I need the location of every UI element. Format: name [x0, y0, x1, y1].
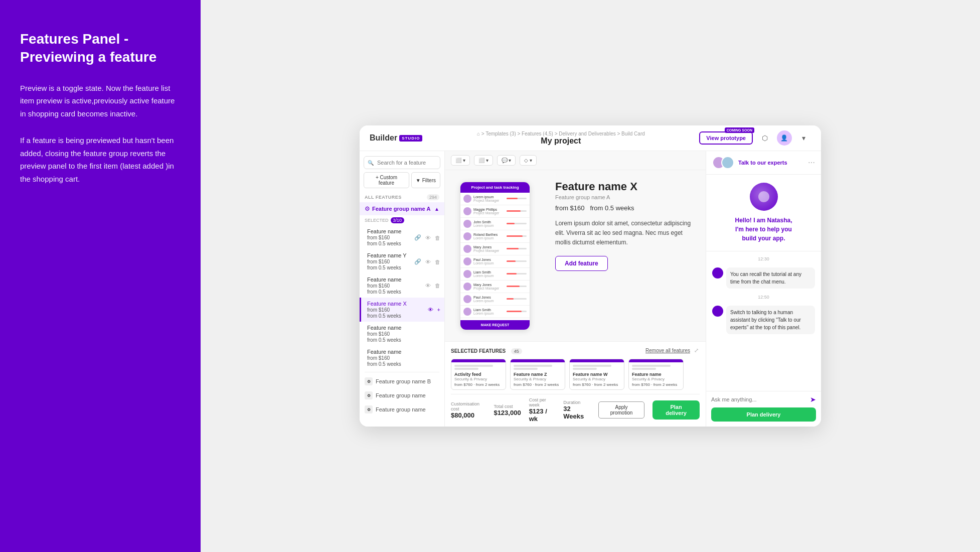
app-header: Builder STUDIO ⌂ > Templates (3) > Featu… [360, 125, 821, 151]
chat-input[interactable] [711, 396, 807, 402]
phone-name-8: Mary JonesProject Manager [473, 283, 505, 290]
delete-icon-1[interactable]: 🗑 [434, 233, 441, 241]
sidebar-item-duration-3: from 0.5 weeks [367, 289, 440, 295]
cart-item-price-3: from $760 · from 2 weeks [573, 382, 621, 387]
phone-avatar-2 [463, 207, 471, 215]
eye-icon-4[interactable]: 👁 [427, 306, 434, 314]
sidebar-item-duration-4: from 0.5 weeks [367, 313, 440, 319]
sidebar-item-5[interactable]: Feature name from $160 from 0.5 weeks [360, 322, 444, 346]
cart-item-lines-3 [573, 365, 621, 370]
breadcrumb: ⌂ > Templates (3) > Features (4,5) > Del… [477, 131, 645, 136]
avatar: 👤 [777, 130, 792, 146]
chat-bot-message: Hello! I am Natasha, I'm here to help yo… [735, 216, 792, 243]
share-button[interactable]: ⬡ [758, 131, 772, 145]
chat-input-area: ➤ [706, 391, 821, 407]
phone-name-4: Roland BarthesLorem ipsum [473, 233, 505, 240]
view-prototype-button[interactable]: COMING SOON View prototype [699, 131, 753, 145]
chat-time-1: 12:30 [712, 256, 815, 261]
cart-count: 45 [511, 348, 522, 354]
eye-icon-1[interactable]: 👁 [424, 233, 432, 241]
delete-icon-3[interactable]: 🗑 [434, 282, 441, 290]
add-icon-4[interactable]: + [436, 306, 441, 314]
cart-item-body-3: Feature name W Security & Privacy from $… [570, 362, 624, 389]
phone-row-8: Mary JonesProject Manager [460, 281, 530, 293]
remove-all-button[interactable]: Remove all features [645, 348, 690, 353]
sidebar-item-4-active[interactable]: Feature name X from $160 from 0.5 weeks … [360, 298, 444, 322]
all-features-row: ALL FEATURES 294 [360, 192, 444, 202]
shopping-cart: SELECTED FEATURES 45 Remove all features… [445, 341, 706, 427]
custom-feature-button[interactable]: + Custom feature [364, 172, 409, 188]
chat-menu-button[interactable]: ⋯ [808, 159, 815, 167]
cart-item-body-2: Feature name Z Security & Privacy from $… [511, 362, 565, 389]
eye-icon-3[interactable]: 👁 [424, 282, 432, 290]
apply-promotion-button[interactable]: Apply promotion [598, 401, 644, 419]
sidebar-group-d[interactable]: ⚙ Feature group name [360, 402, 444, 417]
sidebar-item-name-5: Feature name [367, 325, 440, 331]
phone-bar-7 [507, 273, 527, 274]
group-c-icon: ⚙ [365, 391, 373, 399]
breadcrumb-area: ⌂ > Templates (3) > Features (4,5) > Del… [477, 131, 645, 146]
sidebar-item-duration-5: from 0.5 weeks [367, 337, 440, 343]
cart-item-name-1: Activity feed [454, 372, 503, 377]
chat-msg-avatar-1 [712, 267, 723, 279]
sidebar-item-duration-1: from 0.5 weeks [367, 241, 440, 246]
sidebar-item-6[interactable]: Feature name from $160 from 0.5 weeks [360, 346, 444, 370]
phone-header: Project and task tracking [460, 182, 530, 193]
cart-weekly-label: Cost per week [529, 397, 556, 407]
cart-item-price-1: from $760 · from 2 weeks [454, 382, 503, 387]
chat-plan-delivery-button[interactable]: Plan delivery [711, 407, 816, 422]
phone-footer: MAKE REQUEST [460, 320, 530, 330]
selected-row: SELECTED 3/10 [360, 215, 444, 225]
app-window: Builder STUDIO ⌂ > Templates (3) > Featu… [360, 125, 821, 427]
phone-name-10: Liam SmithLorem ipsum [473, 308, 505, 315]
sidebar-item-duration-2: from 0.5 weeks [367, 265, 440, 270]
filters-button[interactable]: ▼ Filters [411, 172, 440, 188]
cart-title: SELECTED FEATURES [451, 348, 506, 354]
eye-icon-2[interactable]: 👁 [424, 257, 432, 265]
chat-panel: Talk to our experts ⋯ Hello! I am Natash… [706, 151, 821, 427]
link-icon-1[interactable]: 🔗 [413, 233, 422, 242]
cart-line-4b [632, 368, 656, 370]
search-icon: 🔍 [368, 160, 374, 166]
sidebar-item-duration-6: from 0.5 weeks [367, 361, 440, 367]
chat-bot-avatar [750, 183, 778, 211]
sidebar-item-1[interactable]: Feature name from $160 from 0.5 weeks 🔗 … [360, 225, 444, 249]
group-b-label: Feature group name B [376, 378, 431, 384]
sidebar-group-c[interactable]: ⚙ Feature group name [360, 388, 444, 402]
sidebar-item-2[interactable]: Feature name Y from $160 from 0.5 weeks … [360, 249, 444, 273]
toolbar-btn-1[interactable]: ⬜ ▾ [451, 155, 470, 166]
cart-stat-customisation: Customisation cost $80,000 [451, 401, 485, 419]
phone-row-5: Mary JonesProject Manager [460, 243, 530, 255]
phone-avatar-3 [463, 220, 471, 228]
main-content: ⬜ ▾ ⬜ ▾ 💬 ▾ ◇ ▾ Project and task trackin… [445, 151, 706, 427]
toolbar-btn-2[interactable]: ⬜ ▾ [474, 155, 493, 166]
delete-icon-2[interactable]: 🗑 [434, 257, 441, 265]
sidebar-item-3[interactable]: Feature name from $160 from 0.5 weeks 👁 … [360, 273, 444, 298]
phone-avatar-4 [463, 232, 471, 240]
plan-delivery-button[interactable]: Plan delivery [652, 400, 700, 420]
search-input[interactable] [364, 156, 440, 169]
sidebar: 🔍 + Custom feature ▼ Filters ALL FEATURE… [360, 151, 445, 427]
feature-group-header[interactable]: ⚙ Feature group name A ▲ [360, 202, 444, 215]
phone-bar-8 [507, 286, 527, 287]
cart-item-sub-2: Security & Privacy [514, 377, 562, 381]
cart-total-value: $123,000 [494, 409, 521, 417]
expand-cart-button[interactable]: ⤢ [693, 346, 700, 355]
chat-avatars [712, 156, 734, 169]
toolbar-btn-4[interactable]: ◇ ▾ [520, 155, 537, 166]
link-icon-2[interactable]: 🔗 [413, 257, 422, 266]
sidebar-group-b[interactable]: ⚙ Feature group name B [360, 374, 444, 388]
chat-send-button[interactable]: ➤ [810, 395, 816, 403]
cart-item-body-1: Activity feed Security & Privacy from $7… [451, 362, 506, 389]
toolbar-btn-3[interactable]: 💬 ▾ [497, 155, 516, 166]
group-c-label: Feature group name [376, 392, 426, 398]
cart-duration-label: Duration [563, 400, 590, 405]
add-feature-button[interactable]: Add feature [555, 256, 608, 271]
feature-group-name: Feature group name A [372, 206, 430, 212]
project-title: My project [541, 136, 581, 146]
phone-bar-1 [507, 198, 527, 199]
sidebar-item-actions-4: 👁 + [427, 306, 441, 314]
chat-title: Talk to our experts [738, 160, 804, 166]
sidebar-item-actions-1: 🔗 👁 🗑 [413, 233, 441, 242]
account-chevron[interactable]: ▾ [797, 131, 811, 145]
